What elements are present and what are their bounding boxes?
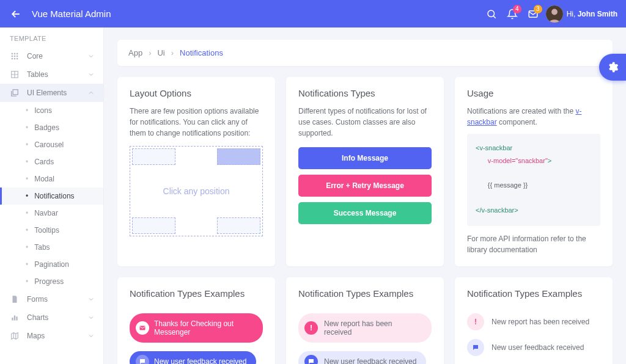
search-button[interactable] bbox=[481, 4, 502, 24]
svg-rect-7 bbox=[12, 56, 13, 57]
card-title: Notification Types Examples bbox=[130, 288, 263, 299]
svg-rect-6 bbox=[17, 53, 18, 54]
card-title: Notifications Types bbox=[298, 88, 432, 98]
breadcrumb: App › Ui › Notifications bbox=[117, 40, 613, 66]
position-hint: Click any position bbox=[130, 167, 262, 216]
svg-rect-15 bbox=[12, 318, 13, 321]
position-top-right[interactable] bbox=[217, 148, 260, 165]
bar-chart-icon bbox=[9, 313, 21, 322]
card-desc: There are few position options available… bbox=[130, 106, 263, 139]
svg-point-3 bbox=[551, 9, 558, 15]
chevron-up-icon bbox=[87, 89, 95, 96]
document-icon bbox=[9, 295, 21, 304]
sidebar-item-label: UI Elements bbox=[27, 89, 67, 97]
chevron-down-icon bbox=[87, 314, 95, 321]
code-snippet: <v-snackbar v-model="snackbar"> {{ messa… bbox=[467, 134, 600, 226]
breadcrumb-item[interactable]: Ui bbox=[157, 48, 164, 57]
sidebar-item-ui-elements[interactable]: UI Elements bbox=[0, 84, 103, 102]
app-title: Vue Material Admin bbox=[32, 9, 111, 19]
notif-badge: 4 bbox=[513, 5, 521, 13]
chat-icon bbox=[304, 355, 318, 364]
chat-icon bbox=[467, 339, 484, 356]
notification-types-card: Notifications Types Different types of n… bbox=[286, 77, 444, 266]
error-message-button[interactable]: Error + Retry Message bbox=[298, 175, 432, 197]
sidebar-item-forms[interactable]: Forms bbox=[0, 290, 103, 308]
sidebar-item-core[interactable]: Core bbox=[0, 47, 103, 65]
breadcrumb-item[interactable]: App bbox=[128, 48, 142, 57]
mail-badge: 3 bbox=[534, 5, 542, 13]
breadcrumb-current: Notifications bbox=[180, 48, 223, 57]
sidebar-sub-modal[interactable]: Modal bbox=[0, 170, 103, 187]
sidebar-item-charts[interactable]: Charts bbox=[0, 308, 103, 327]
card-desc: Notifications are created with the v-sna… bbox=[467, 106, 600, 128]
chevron-down-icon bbox=[87, 71, 95, 78]
sidebar-sub-navbar[interactable]: Navbar bbox=[0, 205, 103, 222]
chat-icon bbox=[136, 355, 149, 364]
svg-rect-12 bbox=[17, 58, 18, 59]
avatar-image bbox=[546, 5, 563, 23]
greeting: Hi, John Smith bbox=[567, 10, 617, 18]
svg-rect-4 bbox=[12, 53, 13, 54]
toast-pink[interactable]: Thanks for Checking out Messenger bbox=[130, 313, 263, 343]
settings-fab[interactable] bbox=[599, 54, 626, 81]
sidebar-sub-badges[interactable]: Badges bbox=[0, 119, 103, 136]
sidebar-sub-tooltips[interactable]: Tooltips bbox=[0, 222, 103, 239]
notif-row[interactable]: New user feedback received bbox=[467, 339, 600, 356]
back-button[interactable] bbox=[9, 7, 23, 21]
sidebar-item-tables[interactable]: Tables bbox=[0, 65, 103, 84]
position-grid: Click any position bbox=[130, 146, 263, 236]
svg-rect-17 bbox=[16, 316, 17, 320]
svg-point-0 bbox=[488, 10, 495, 17]
toast-blue[interactable]: New user feedback received bbox=[130, 351, 256, 364]
card-title: Notification Types Examples bbox=[467, 288, 600, 299]
svg-rect-16 bbox=[14, 316, 15, 321]
card-desc: Different types of notifications for los… bbox=[298, 106, 432, 139]
map-icon bbox=[9, 332, 21, 340]
svg-rect-14 bbox=[13, 90, 18, 95]
notif-row[interactable]: !New report has been received bbox=[467, 313, 600, 330]
sidebar-sub-pagination[interactable]: Pagination bbox=[0, 256, 103, 273]
card-title: Notification Types Examples bbox=[298, 288, 432, 299]
chevron-down-icon bbox=[87, 332, 95, 340]
svg-rect-5 bbox=[14, 53, 15, 54]
info-message-button[interactable]: Info Message bbox=[298, 147, 432, 169]
mail-button[interactable]: 3 bbox=[523, 4, 543, 24]
sidebar-item-maps[interactable]: Maps bbox=[0, 327, 103, 345]
sidebar-sub-notifications[interactable]: Notifications bbox=[0, 187, 103, 205]
svg-rect-11 bbox=[14, 58, 15, 59]
card-title: Usage bbox=[467, 88, 600, 98]
exclaim-icon: ! bbox=[304, 321, 318, 335]
svg-rect-9 bbox=[17, 56, 18, 57]
notifications-button[interactable]: 4 bbox=[502, 4, 523, 24]
search-icon bbox=[486, 9, 497, 20]
sidebar-sub-cards[interactable]: Cards bbox=[0, 153, 103, 170]
position-top-left[interactable] bbox=[132, 148, 175, 165]
sidebar-sub-tabs[interactable]: Tabs bbox=[0, 239, 103, 256]
toast-light-pink[interactable]: !New report has been received bbox=[298, 313, 432, 343]
sidebar-item-label: Core bbox=[27, 52, 43, 60]
sidebar-sub-icons[interactable]: Icons bbox=[0, 102, 103, 119]
examples-card-2: Notification Types Examples !New report … bbox=[286, 277, 444, 364]
avatar[interactable] bbox=[546, 5, 563, 23]
gear-icon bbox=[606, 61, 619, 73]
chevron-right-icon: › bbox=[149, 48, 151, 57]
sidebar-sub-carousel[interactable]: Carousel bbox=[0, 136, 103, 153]
success-message-button[interactable]: Success Message bbox=[298, 202, 432, 224]
content: App › Ui › Notifications Layout Options … bbox=[104, 27, 626, 364]
layers-icon bbox=[9, 89, 21, 97]
position-bottom-left[interactable] bbox=[132, 217, 175, 234]
grid-icon bbox=[9, 52, 21, 60]
layout-options-card: Layout Options There are few position op… bbox=[117, 77, 275, 266]
chevron-down-icon bbox=[87, 296, 95, 303]
usage-card: Usage Notifications are created with the… bbox=[455, 77, 613, 266]
arrow-left-icon bbox=[10, 8, 22, 20]
examples-card-1: Notification Types Examples Thanks for C… bbox=[117, 277, 275, 364]
svg-rect-10 bbox=[12, 58, 13, 59]
svg-rect-8 bbox=[14, 56, 15, 57]
toast-light-blue[interactable]: New user feedback received bbox=[298, 351, 426, 364]
sidebar: TEMPLATE Core Tables UI Elements Icons B… bbox=[0, 27, 104, 364]
sidebar-sub-progress[interactable]: Progress bbox=[0, 273, 103, 290]
position-bottom-right[interactable] bbox=[217, 217, 260, 234]
exclaim-icon: ! bbox=[467, 313, 484, 330]
sidebar-section-title: TEMPLATE bbox=[0, 27, 103, 47]
